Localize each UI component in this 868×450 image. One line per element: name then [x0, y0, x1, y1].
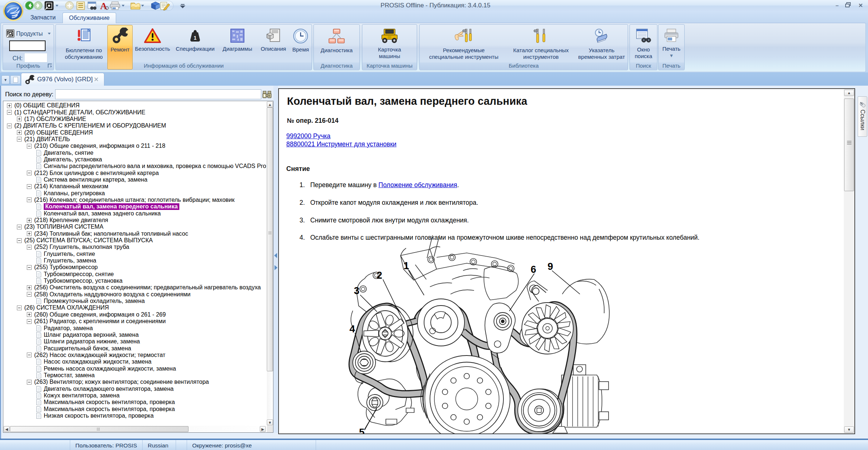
- svg-text:9: 9: [548, 261, 553, 272]
- svg-text:6: 6: [531, 264, 536, 275]
- svg-text:1: 1: [194, 35, 197, 41]
- svg-text:5: 5: [359, 427, 365, 434]
- svg-text:1: 1: [403, 260, 409, 271]
- svg-text:A: A: [100, 1, 107, 11]
- svg-text:3: 3: [354, 285, 359, 296]
- svg-text:2: 2: [377, 270, 382, 281]
- svg-text:4: 4: [349, 324, 355, 335]
